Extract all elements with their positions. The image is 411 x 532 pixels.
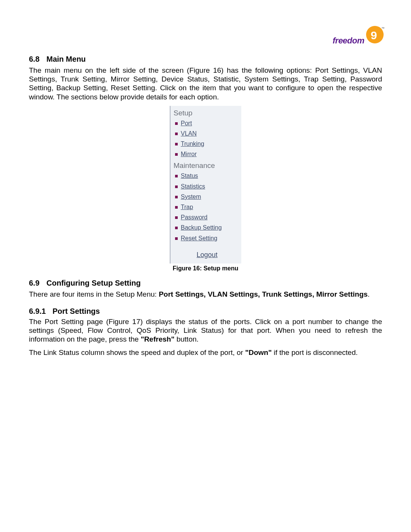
- brand-wordmark: freedom: [333, 36, 364, 46]
- logout-link[interactable]: Logout: [196, 251, 217, 259]
- bullet-icon: [175, 133, 178, 135]
- heading-6-9: 6.9Configuring Setup Setting: [29, 279, 382, 288]
- bullet-icon: [175, 122, 178, 125]
- bullet-icon: [175, 196, 178, 198]
- maintenance-list: Status Statistics System Trap Password B…: [173, 171, 241, 243]
- bullet-icon: [175, 206, 178, 209]
- menu-item-trunking[interactable]: Trunking: [173, 139, 241, 149]
- heading-6-8: 6.8Main Menu: [29, 55, 382, 64]
- brand-logo: freedom 9 ™: [333, 25, 382, 52]
- bullet-icon: [175, 143, 178, 145]
- menu-item-vlan[interactable]: VLAN: [173, 128, 241, 139]
- bullet-icon: [175, 175, 178, 177]
- setup-header: Setup: [173, 108, 241, 118]
- para-6-9-1-b: The Link Status column shows the speed a…: [29, 348, 382, 357]
- para-6-9: There are four items in the Setup Menu: …: [29, 290, 382, 299]
- menu-item-port[interactable]: Port: [173, 118, 241, 128]
- para-6-9-1-a: The Port Setting page (Figure 17) displa…: [29, 317, 382, 344]
- bullet-icon: [175, 216, 178, 219]
- menu-item-system[interactable]: System: [173, 192, 241, 202]
- setup-list: Port VLAN Trunking Mirror: [173, 118, 241, 160]
- menu-item-reset[interactable]: Reset Setting: [173, 233, 241, 243]
- menu-item-password[interactable]: Password: [173, 212, 241, 222]
- trademark-symbol: ™: [381, 27, 384, 30]
- maintenance-header: Maintenance: [173, 161, 241, 171]
- figure-16-caption: Figure 16: Setup menu: [29, 265, 382, 272]
- setup-menu-panel: Setup Port VLAN Trunking Mirror Maintena…: [170, 106, 241, 264]
- document-page: freedom 9 ™ 6.8Main Menu The main menu o…: [0, 0, 411, 532]
- bullet-icon: [175, 185, 178, 188]
- bullet-icon: [175, 153, 178, 156]
- bullet-icon: [175, 237, 178, 240]
- menu-item-backup[interactable]: Backup Setting: [173, 222, 241, 233]
- bullet-icon: [175, 227, 178, 229]
- figure-16: Setup Port VLAN Trunking Mirror Maintena…: [29, 106, 382, 264]
- menu-item-trap[interactable]: Trap: [173, 202, 241, 212]
- para-6-8: The main menu on the left side of the sc…: [29, 66, 382, 101]
- menu-item-statistics[interactable]: Statistics: [173, 181, 241, 192]
- heading-6-9-1: 6.9.1Port Settings: [29, 307, 382, 316]
- menu-item-mirror[interactable]: Mirror: [173, 149, 241, 159]
- menu-item-status[interactable]: Status: [173, 171, 241, 181]
- logout-row: Logout: [173, 245, 241, 259]
